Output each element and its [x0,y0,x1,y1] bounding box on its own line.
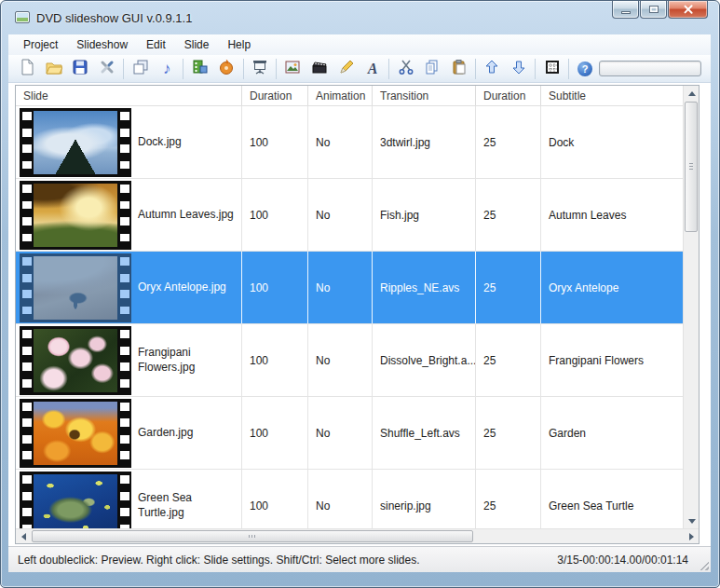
duration2-cell[interactable]: 25 [475,179,540,251]
export-slideshow-button[interactable] [186,57,213,81]
edit-brush-button[interactable] [333,57,360,81]
close-button[interactable] [668,1,708,19]
help-button[interactable]: ? [572,57,599,81]
subtitle-cell[interactable]: Green Sea Turtle [540,470,683,528]
scroll-down-button[interactable] [684,513,700,528]
table-row[interactable]: Garden.jpg 100 No Shuffle_Left.avs 25 Ga… [16,397,683,470]
subtitle-cell[interactable]: Oryx Antelope [540,252,683,323]
slide-table: Slide Duration Animation Transition Dura… [15,85,700,544]
animation-cell[interactable]: No [307,470,372,528]
copy-button[interactable] [419,57,446,81]
duration2-cell[interactable]: 25 [475,397,540,469]
duration2-cell[interactable]: 25 [475,106,540,178]
slide-cell[interactable]: Dock.jpg [16,106,241,178]
transition-cell[interactable]: Shuffle_Left.avs [372,397,475,469]
slide-thumbnail[interactable] [20,326,131,395]
cut-button[interactable] [392,57,419,81]
scroll-up-button[interactable] [684,86,700,101]
table-row[interactable]: Frangipani Flowers.jpg 100 No Dissolve_B… [16,324,683,397]
duration-cell[interactable]: 100 [241,179,307,251]
slide-image [34,111,117,174]
slide-thumbnail[interactable] [20,108,131,177]
settings-tools-button[interactable] [94,57,121,81]
animation-cell[interactable]: No [307,106,372,178]
menu-edit[interactable]: Edit [137,35,175,54]
transition-cell[interactable]: Fish.jpg [372,179,475,251]
triangle-up-icon [688,91,696,96]
open-project-button[interactable] [41,57,68,81]
transition-cell[interactable]: Ripples_NE.avs [372,252,475,323]
transition-cell[interactable]: sinerip.jpg [372,470,475,528]
move-slide-down-button[interactable] [506,57,533,81]
font-button[interactable]: A [360,57,387,81]
subtitle-cell[interactable]: Dock [540,106,683,178]
animation-cell[interactable]: No [307,252,372,323]
subtitle-cell[interactable]: Garden [540,397,683,469]
duration2-cell[interactable]: 25 [475,324,540,396]
transition-cell[interactable]: Dissolve_Bright.a... [372,324,475,396]
column-header-slide[interactable]: Slide [16,86,241,105]
save-project-button[interactable] [67,57,94,81]
horizontal-scroll-thumb[interactable] [32,530,473,542]
transition-cell[interactable]: 3dtwirl.jpg [372,106,475,178]
duration2-cell[interactable]: 25 [475,252,540,323]
duplicate-slide-button[interactable] [127,57,154,81]
burn-dvd-button[interactable] [213,57,240,81]
column-header-transition[interactable]: Transition [372,86,475,105]
slide-cell[interactable]: Garden.jpg [16,397,241,469]
animation-cell[interactable]: No [307,397,372,469]
menu-slide[interactable]: Slide [175,35,219,54]
subtitle-cell[interactable]: Autumn Leaves [540,179,683,251]
slide-filename: Dock.jpg [138,135,182,150]
slide-cell[interactable]: Oryx Antelope.jpg [16,252,241,323]
animation-cell[interactable]: No [307,179,372,251]
add-transition-button[interactable] [306,57,333,81]
duration2-cell[interactable]: 25 [475,470,540,528]
scroll-right-button[interactable] [684,529,699,544]
slide-image [34,329,117,392]
slide-thumbnail[interactable] [20,399,131,468]
duration-cell[interactable]: 100 [241,252,307,323]
table-row[interactable]: Autumn Leaves.jpg 100 No Fish.jpg 25 Aut… [16,179,683,252]
vertical-scrollbar[interactable] [683,86,699,528]
paste-button[interactable] [446,57,473,81]
column-header-animation[interactable]: Animation [307,86,372,105]
menu-help[interactable]: Help [218,35,260,54]
app-icon [15,11,30,23]
column-header-subtitle[interactable]: Subtitle [540,86,683,105]
scroll-left-button[interactable] [16,529,31,544]
duration-cell[interactable]: 100 [241,324,307,396]
horizontal-scrollbar[interactable] [16,528,699,543]
column-header-duration[interactable]: Duration [241,86,307,105]
resize-grip[interactable] [698,559,709,570]
duration-cell[interactable]: 100 [241,470,307,528]
preview-slideshow-button[interactable] [247,57,274,81]
menu-slideshow[interactable]: Slideshow [67,35,137,54]
column-header-duration2[interactable]: Duration [475,86,540,105]
minimize-button[interactable] [612,1,639,19]
grid-settings-button[interactable] [538,57,565,81]
move-slide-up-button[interactable] [479,57,506,81]
duration-cell[interactable]: 100 [241,106,307,178]
slide-thumbnail[interactable] [20,472,131,529]
slide-cell[interactable]: Autumn Leaves.jpg [16,179,241,251]
duration-cell[interactable]: 100 [241,397,307,469]
title-bar[interactable]: DVD slideshow GUI v.0.9.1.1 [1,1,719,34]
slide-image [34,184,117,247]
table-row[interactable]: Dock.jpg 100 No 3dtwirl.jpg 25 Dock [16,106,683,179]
table-row-selected[interactable]: Oryx Antelope.jpg 100 No Ripples_NE.avs … [16,252,683,324]
add-image-button[interactable] [279,57,306,81]
add-music-button[interactable]: ♪ [154,57,181,81]
slide-filename: Green Sea Turtle.jpg [138,491,238,520]
maximize-button[interactable] [640,1,667,19]
subtitle-cell[interactable]: Frangipani Flowers [540,324,683,396]
animation-cell[interactable]: No [307,324,372,396]
menu-project[interactable]: Project [14,35,67,54]
slide-cell[interactable]: Green Sea Turtle.jpg [16,470,241,528]
vertical-scroll-thumb[interactable] [685,102,698,232]
slide-thumbnail[interactable] [20,181,131,250]
table-row[interactable]: Green Sea Turtle.jpg 100 No sinerip.jpg … [16,470,683,528]
slide-thumbnail[interactable] [20,253,131,322]
new-project-button[interactable] [14,57,41,81]
slide-cell[interactable]: Frangipani Flowers.jpg [16,324,241,396]
